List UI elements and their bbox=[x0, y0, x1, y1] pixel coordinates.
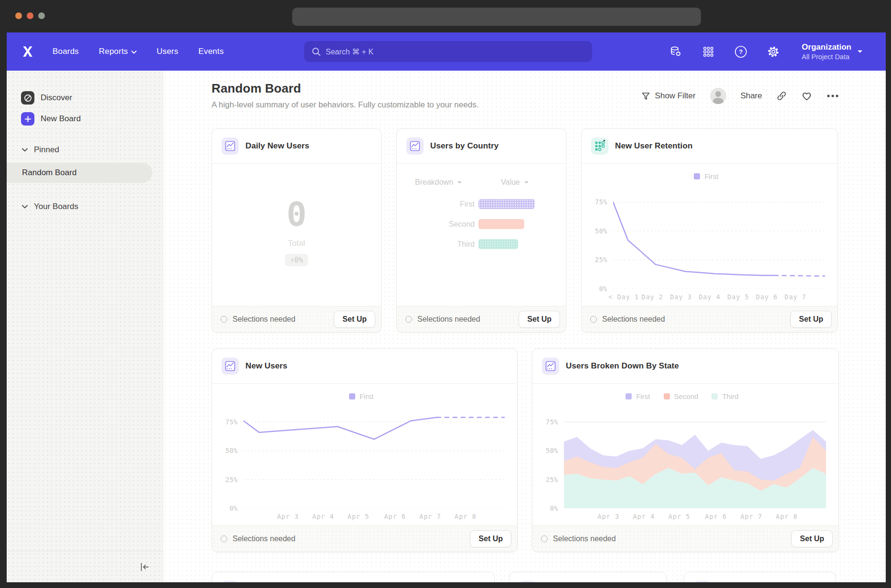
sidebar-section-pinned[interactable]: Pinned bbox=[7, 142, 163, 158]
collapse-sidebar-icon[interactable] bbox=[139, 561, 150, 573]
nav-item-users[interactable]: Users bbox=[157, 47, 178, 56]
legend-item[interactable]: First bbox=[349, 392, 373, 400]
x-tick-label: Day 2 bbox=[641, 293, 663, 301]
status-circle-icon bbox=[541, 536, 548, 542]
value-dropdown[interactable]: Value bbox=[501, 178, 529, 187]
share-button[interactable]: Share bbox=[741, 91, 762, 101]
data-management-icon[interactable] bbox=[669, 45, 682, 58]
x-tick-label: Day 6 bbox=[756, 293, 778, 301]
mixpanel-logo-icon[interactable] bbox=[21, 45, 34, 58]
set-up-button[interactable]: Set Up bbox=[519, 311, 560, 328]
y-tick-label: 25% bbox=[225, 476, 238, 483]
legend-item[interactable]: First bbox=[626, 392, 650, 400]
favorite-heart-icon[interactable] bbox=[801, 91, 812, 101]
card-daily-new-users[interactable]: Daily New Users 0 Total ↑0% Selections n… bbox=[212, 128, 382, 333]
show-filter-button[interactable]: Show Filter bbox=[641, 91, 696, 101]
avatar[interactable] bbox=[710, 88, 726, 104]
y-axis-labels: 75%50%25%0% bbox=[587, 185, 613, 289]
chevron-down-icon bbox=[22, 205, 28, 209]
nav-item-boards[interactable]: Boards bbox=[53, 47, 79, 56]
x-axis-labels: Apr 3Apr 4Apr 5Apr 6Apr 7Apr 8 bbox=[244, 508, 505, 525]
breakdown-dropdown[interactable]: Breakdown bbox=[415, 178, 501, 187]
retention-dots-icon bbox=[591, 137, 608, 155]
stacked-area-chart bbox=[564, 405, 826, 508]
y-tick-label: 75% bbox=[225, 418, 238, 426]
selections-needed-label: Selections needed bbox=[233, 535, 465, 543]
insights-chart-icon bbox=[406, 137, 424, 155]
nav-label: Events bbox=[198, 47, 223, 56]
traffic-light-zoom[interactable] bbox=[38, 12, 45, 19]
set-up-button[interactable]: Set Up bbox=[791, 530, 833, 547]
card-users-by-country[interactable]: Users by Country Breakdown Value bbox=[396, 128, 566, 333]
sidebar-item-label: New Board bbox=[41, 114, 81, 124]
legend-swatch bbox=[349, 393, 355, 399]
settings-gear-icon[interactable] bbox=[766, 45, 780, 58]
y-tick-label: 50% bbox=[225, 447, 238, 454]
org-selector[interactable]: Organization All Project Data bbox=[802, 42, 863, 61]
board-main: Random Board A high-level summary of use… bbox=[163, 71, 886, 582]
traffic-light-minimize[interactable] bbox=[27, 12, 33, 19]
page-subtitle: A high-level summary of user behaviors. … bbox=[212, 100, 478, 110]
legend-label: First bbox=[360, 392, 373, 400]
x-axis-labels: Apr 3Apr 4Apr 5Apr 6Apr 7Apr 8 bbox=[564, 508, 826, 525]
section-label: Pinned bbox=[34, 145, 59, 155]
set-up-button[interactable]: Set Up bbox=[790, 311, 832, 328]
y-axis-labels: 75%50%25%0% bbox=[218, 405, 244, 508]
x-tick-label: Day 4 bbox=[699, 293, 721, 301]
nav-item-events[interactable]: Events bbox=[198, 47, 223, 56]
board-link-label: Random Board bbox=[22, 168, 76, 178]
card-active-users[interactable]: Active Users bbox=[684, 572, 836, 582]
legend-label: First bbox=[636, 392, 650, 400]
status-circle-icon bbox=[221, 536, 227, 542]
breakdown-label: Breakdown bbox=[415, 178, 453, 187]
chart-legend: FirstSecondThird bbox=[538, 388, 826, 405]
sidebar-section-your-boards[interactable]: Your Boards bbox=[7, 199, 163, 215]
insights-chart-icon bbox=[694, 581, 711, 582]
copy-link-icon[interactable] bbox=[776, 91, 787, 101]
value-label: Value bbox=[501, 178, 520, 187]
card-new-users[interactable]: New Users First 75%50%25%0% Apr 3Apr 4 bbox=[212, 348, 518, 552]
card-stacked-line-graph[interactable]: Stacked Line Graph bbox=[212, 572, 495, 582]
card-new-user-retention[interactable]: New User Retention First 75%50%25%0% < bbox=[581, 128, 838, 333]
card-users-by-state[interactable]: Users Broken Down By State FirstSecondTh… bbox=[532, 348, 839, 552]
x-tick-label: Apr 7 bbox=[741, 513, 763, 520]
card-insights-report[interactable]: Insights Report bbox=[509, 572, 667, 582]
traffic-light-close[interactable] bbox=[15, 12, 22, 19]
nav-item-reports[interactable]: Reports bbox=[99, 47, 137, 56]
sidebar-item-new-board[interactable]: New Board bbox=[7, 108, 163, 129]
x-tick-label: Apr 5 bbox=[348, 513, 370, 520]
x-tick-label: Day 5 bbox=[727, 293, 749, 301]
legend-item[interactable]: Third bbox=[711, 392, 738, 400]
legend-item[interactable]: Second bbox=[664, 392, 699, 400]
y-tick-label: 75% bbox=[546, 418, 558, 426]
board-canvas: Daily New Users 0 Total ↑0% Selections n… bbox=[163, 110, 886, 582]
set-up-button[interactable]: Set Up bbox=[334, 311, 375, 328]
bar-category-label: Second bbox=[415, 220, 475, 229]
search-input[interactable]: Search ⌘ + K bbox=[304, 41, 592, 62]
insights-chart-icon bbox=[222, 581, 239, 582]
bar-category-label: First bbox=[415, 200, 475, 209]
primary-nav: Boards Reports Users Events bbox=[53, 47, 224, 56]
help-icon[interactable]: ? bbox=[734, 45, 747, 58]
sidebar-footer bbox=[7, 551, 163, 582]
metric-value: 0 bbox=[286, 198, 307, 231]
y-tick-label: 0% bbox=[550, 504, 558, 512]
x-tick-label: < Day 1 bbox=[608, 293, 639, 301]
more-options-icon[interactable] bbox=[827, 94, 839, 98]
chevron-down-icon bbox=[524, 181, 529, 184]
x-tick-label: Day 3 bbox=[670, 293, 692, 301]
sidebar-item-random-board[interactable]: Random Board bbox=[7, 163, 152, 183]
apps-grid-icon[interactable] bbox=[701, 45, 715, 58]
top-navbar: Boards Reports Users Events Search ⌘ + K bbox=[7, 32, 886, 71]
chart-legend: First bbox=[218, 388, 505, 405]
x-tick-label: Apr 4 bbox=[633, 513, 655, 520]
app-frame: Boards Reports Users Events Search ⌘ + K bbox=[7, 32, 886, 582]
x-tick-label: Apr 3 bbox=[598, 513, 620, 520]
y-tick-label: 25% bbox=[546, 476, 558, 483]
set-up-button[interactable]: Set Up bbox=[470, 530, 511, 547]
sidebar-item-discover[interactable]: Discover bbox=[7, 87, 163, 108]
chevron-down-icon bbox=[131, 51, 137, 54]
url-bar[interactable] bbox=[292, 8, 701, 26]
x-tick-label: Day 7 bbox=[785, 293, 806, 301]
legend-item[interactable]: First bbox=[694, 172, 718, 180]
